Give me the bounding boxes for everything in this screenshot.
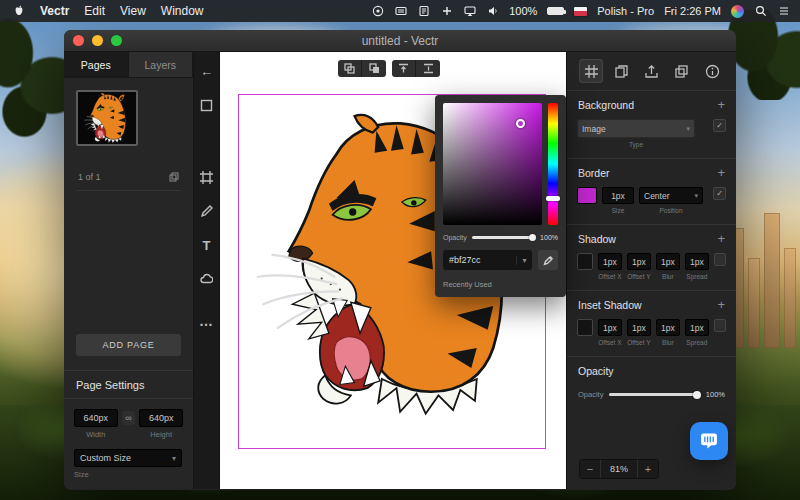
shadow-offset-y-input[interactable]: 1px: [627, 253, 651, 270]
tab-pages[interactable]: Pages: [64, 52, 129, 77]
border-enabled-checkbox[interactable]: ✓: [713, 187, 726, 200]
chevron-down-icon[interactable]: ▾: [516, 256, 532, 265]
add-shadow-button[interactable]: +: [717, 234, 725, 244]
hex-color-input[interactable]: #bf27cc ▾: [443, 250, 532, 270]
shadow-color-swatch[interactable]: [577, 253, 593, 270]
hue-slider[interactable]: [548, 103, 558, 225]
inset-shadow-spread-label: Spread: [686, 339, 707, 346]
distribute-button[interactable]: [416, 60, 440, 77]
menu-bar: Vectr Edit View Window 100%: [0, 0, 800, 22]
inset-shadow-color-swatch[interactable]: [577, 319, 593, 336]
status-dial-icon[interactable]: [371, 5, 384, 18]
width-input[interactable]: 640px: [74, 409, 118, 427]
keyboard-icon[interactable]: [394, 5, 407, 18]
input-language-label[interactable]: Polish - Pro: [597, 5, 654, 17]
notes-icon[interactable]: [417, 5, 430, 18]
volume-icon[interactable]: [486, 5, 499, 18]
zoom-out-button[interactable]: −: [580, 460, 600, 478]
canvas-area[interactable]: Opacity 100% #bf27cc ▾ Recently Used: [220, 52, 566, 489]
duplicate-page-icon[interactable]: [169, 172, 179, 182]
menu-edit[interactable]: Edit: [84, 4, 105, 18]
shadow-enabled-checkbox[interactable]: [714, 253, 726, 266]
info-icon[interactable]: [700, 59, 724, 83]
battery-icon[interactable]: [547, 7, 564, 15]
shortcut-plus-icon[interactable]: [440, 5, 453, 18]
border-position-dropdown[interactable]: Center ▾: [639, 187, 703, 204]
color-picker-popover: Opacity 100% #bf27cc ▾ Recently Used: [435, 95, 566, 297]
battery-percent: 100%: [509, 5, 537, 17]
saturation-value-field[interactable]: [443, 103, 542, 225]
menu-app-name[interactable]: Vectr: [40, 4, 69, 18]
menu-window[interactable]: Window: [161, 4, 204, 18]
menu-view[interactable]: View: [120, 4, 146, 18]
boolean-subtract-button[interactable]: [362, 60, 386, 77]
background-section: Background + Image ▾ Type: [567, 90, 736, 158]
zoom-level[interactable]: 81%: [600, 460, 638, 478]
height-input[interactable]: 640px: [139, 409, 183, 427]
shadow-spread-input[interactable]: 1px: [685, 253, 709, 270]
add-inset-shadow-button[interactable]: +: [717, 300, 725, 310]
opacity-slider-knob[interactable]: [693, 391, 701, 399]
pages-icon[interactable]: [609, 59, 633, 83]
chevron-down-icon: ▾: [694, 192, 698, 200]
border-size-input[interactable]: 1px: [602, 187, 634, 204]
shadow-section: Shadow + 1px Offset X 1px Off: [567, 224, 736, 290]
inset-shadow-offset-x-input[interactable]: 1px: [598, 319, 622, 336]
desktop: Vectr Edit View Window 100%: [0, 0, 800, 500]
inset-shadow-spread-input[interactable]: 1px: [685, 319, 709, 336]
border-position-value: Center: [644, 191, 670, 201]
apple-menu-icon[interactable]: [12, 5, 25, 18]
spotlight-icon[interactable]: [754, 5, 767, 18]
add-border-button[interactable]: +: [717, 168, 725, 178]
hue-slider-handle[interactable]: [546, 196, 560, 201]
border-size-label: Size: [612, 207, 625, 214]
notification-center-icon[interactable]: [777, 5, 790, 18]
inset-shadow-offset-x-label: Offset X: [598, 339, 621, 346]
airplay-display-icon[interactable]: [463, 5, 476, 18]
minimize-button[interactable]: [92, 35, 103, 46]
opacity-slider[interactable]: [609, 393, 699, 396]
inset-shadow-blur-input[interactable]: 1px: [656, 319, 680, 336]
background-type-dropdown[interactable]: Image ▾: [577, 119, 695, 138]
border-title: Border: [578, 167, 610, 179]
tab-layers[interactable]: Layers: [129, 52, 194, 77]
shape-tool[interactable]: [196, 268, 218, 290]
boolean-union-button[interactable]: [338, 60, 362, 77]
picker-opacity-knob[interactable]: [529, 234, 536, 241]
text-tool[interactable]: T: [196, 234, 218, 256]
inset-shadow-enabled-checkbox[interactable]: [714, 319, 726, 332]
page-thumbnail[interactable]: [76, 90, 138, 146]
duplicate-icon[interactable]: [670, 59, 694, 83]
artboard-tool[interactable]: [196, 166, 218, 188]
export-icon[interactable]: [640, 59, 664, 83]
shadow-offset-x-input[interactable]: 1px: [598, 253, 622, 270]
chat-support-button[interactable]: [690, 422, 728, 460]
size-preset-dropdown[interactable]: Custom Size ▾: [74, 449, 182, 467]
align-top-button[interactable]: [392, 60, 416, 77]
recently-used-label: Recently Used: [443, 280, 558, 289]
artboard-settings-icon[interactable]: [579, 59, 603, 83]
add-background-button[interactable]: +: [717, 100, 725, 110]
page-settings-title: Page Settings: [64, 370, 193, 399]
pencil-tool[interactable]: [196, 200, 218, 222]
title-bar[interactable]: untitled - Vectr: [64, 30, 736, 52]
shadow-blur-input[interactable]: 1px: [656, 253, 680, 270]
inset-shadow-offset-y-input[interactable]: 1px: [627, 319, 651, 336]
link-dimensions-toggle[interactable]: ∞: [122, 411, 136, 425]
eyedropper-button[interactable]: [538, 250, 558, 270]
color-selector-handle[interactable]: [516, 119, 525, 128]
menu-clock[interactable]: Fri 2:26 PM: [664, 5, 721, 17]
more-tools-button[interactable]: …: [196, 310, 218, 332]
close-button[interactable]: [73, 35, 84, 46]
background-enabled-checkbox[interactable]: ✓: [713, 119, 726, 132]
add-page-button[interactable]: ADD PAGE: [76, 334, 181, 356]
back-arrow-button[interactable]: ←: [196, 60, 218, 82]
input-language-flag-icon[interactable]: [574, 7, 587, 16]
picker-opacity-slider[interactable]: [472, 236, 535, 239]
zoom-in-button[interactable]: +: [638, 460, 658, 478]
width-label: Width: [74, 430, 118, 439]
siri-icon[interactable]: [731, 5, 744, 18]
rectangle-tool[interactable]: [196, 94, 218, 116]
zoom-button[interactable]: [111, 35, 122, 46]
border-color-swatch[interactable]: [577, 187, 597, 204]
